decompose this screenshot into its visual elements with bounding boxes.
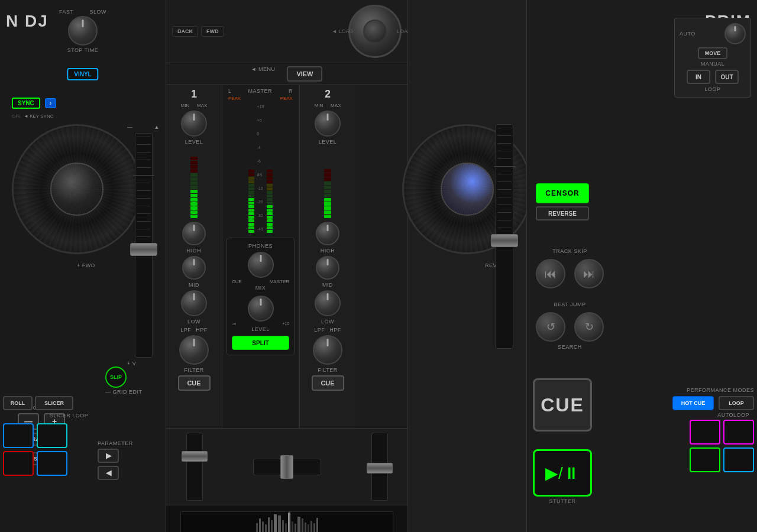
max-label-ch1: MAX: [197, 103, 207, 108]
dj-controller: N DJ FAST SLOW STOP TIME VINYL SYNC ♪ OF…: [0, 0, 757, 532]
track-next-button[interactable]: ⏭: [574, 259, 604, 288]
filter-knob-ch1[interactable]: [179, 335, 209, 365]
fader-thumb-ch2[interactable]: [367, 463, 393, 473]
peak-label-r: PEAK: [280, 96, 293, 101]
high-knob-ch1[interactable]: [182, 222, 206, 245]
pitch-fader-right[interactable]: [496, 124, 513, 349]
fast-label: FAST: [59, 9, 74, 15]
roll-button[interactable]: ROLL: [3, 396, 33, 410]
level-knob-ch2[interactable]: [315, 111, 341, 137]
loop-encoder[interactable]: [724, 23, 746, 44]
vu-master-right: [267, 103, 273, 233]
perf-pad-2[interactable]: [37, 423, 67, 448]
pitch-fader-thumb-left[interactable]: [130, 243, 157, 256]
mid-knob-ch2[interactable]: [316, 256, 339, 280]
move-button[interactable]: MOVE: [698, 47, 727, 59]
perf-pad-right-2[interactable]: [723, 420, 754, 445]
high-label-ch2: HIGH: [321, 248, 335, 254]
mid-label-ch2: MID: [322, 282, 333, 288]
beat-jump-back-button[interactable]: ↺: [536, 312, 565, 342]
phones-mix-knob[interactable]: [248, 252, 274, 278]
stop-time-area: FAST SLOW STOP TIME: [59, 9, 106, 53]
sync-button[interactable]: SYNC: [12, 98, 40, 109]
performance-modes-label: PERFORMANCE MODES: [645, 387, 754, 393]
low-knob-ch2[interactable]: [315, 290, 341, 316]
vu-meter-ch2: [324, 147, 331, 218]
high-label-ch1: HIGH: [187, 248, 202, 254]
hot-cue-mode-button[interactable]: HOT CUE: [672, 396, 714, 410]
loop-in-button[interactable]: IN: [687, 70, 710, 84]
filter-knob-ch2[interactable]: [313, 335, 342, 365]
play-pause-button[interactable]: ▶/⏸: [533, 449, 592, 497]
perf-pad-3[interactable]: [3, 451, 34, 476]
browse-encoder[interactable]: [348, 5, 402, 58]
plus10-label: +10: [282, 322, 289, 326]
loop-mode-button[interactable]: LOOP: [719, 396, 754, 410]
plus-label-up: ▲: [154, 124, 160, 130]
param-forward-button[interactable]: ▶: [98, 449, 119, 463]
filter-label-ch1: FILTER: [184, 367, 203, 373]
crossfader[interactable]: [253, 459, 321, 475]
crossfader-thumb[interactable]: [280, 455, 293, 479]
cue-big-button[interactable]: CUE: [533, 378, 592, 432]
low-knob-ch1[interactable]: [181, 290, 207, 316]
master-mix-label: MASTER: [270, 279, 289, 284]
hpf-label-ch2: HPF: [329, 327, 341, 333]
menu-label: ◄ MENU: [251, 66, 276, 82]
min-label-ch2: MIN: [315, 103, 323, 108]
channel-fader-ch1[interactable]: [186, 433, 203, 501]
phones-level-knob[interactable]: [248, 296, 274, 322]
lpf-label-ch2: LPF: [314, 327, 325, 333]
vinyl-button[interactable]: VINYL: [67, 68, 98, 80]
level-phones-label: LEVEL: [232, 326, 289, 332]
perf-pad-right-4[interactable]: [723, 447, 754, 472]
fader-thumb-ch1[interactable]: [182, 451, 208, 462]
master-label: MASTER: [248, 88, 273, 94]
track-skip-label: TRACK SKIP: [536, 248, 604, 254]
back-button[interactable]: BACK: [172, 26, 198, 37]
reverse-button[interactable]: REVERSE: [536, 206, 589, 220]
param-back-button[interactable]: ◀: [98, 466, 119, 480]
censor-button[interactable]: CENSOR: [536, 183, 589, 203]
pitch-fader-left[interactable]: [135, 133, 153, 358]
filter-label-ch2: FILTER: [318, 367, 337, 373]
level-label-ch2: LEVEL: [319, 139, 337, 145]
perf-pad-right-3[interactable]: [690, 447, 720, 472]
view-button[interactable]: VIEW: [287, 66, 322, 82]
perf-pad-1[interactable]: [3, 423, 34, 448]
phones-section: PHONES CUE MASTER MIX -∞ +10 LEVEL: [227, 238, 295, 355]
stop-time-label: STOP TIME: [59, 47, 106, 53]
beat-jump-fwd-button[interactable]: ↻: [574, 312, 604, 342]
loop-section: AUTO MOVE MANUAL IN OUT LOOP: [674, 18, 751, 98]
mix-label: MIX: [232, 285, 289, 291]
auto-label: AUTO: [680, 31, 695, 37]
search-label: SEARCH: [536, 344, 604, 350]
perf-pad-4[interactable]: [37, 451, 67, 476]
fwd-button[interactable]: FWD: [201, 26, 224, 37]
loop-out-button[interactable]: OUT: [715, 70, 739, 84]
level-knob-ch1[interactable]: [181, 111, 207, 137]
key-button[interactable]: ♪: [45, 98, 56, 108]
low-label-ch1: LOW: [187, 319, 200, 325]
high-knob-ch2[interactable]: [316, 222, 339, 245]
grid-edit-label: — GRID EDIT: [105, 389, 143, 395]
manual-label: MANUAL: [701, 61, 725, 67]
slicer-button[interactable]: SLICER: [35, 396, 73, 410]
split-button[interactable]: SPLIT: [232, 336, 289, 350]
channel-fader-ch2[interactable]: [371, 433, 388, 501]
deck1-label: 1: [191, 88, 197, 100]
max-label-ch2: MAX: [331, 103, 341, 108]
pitch-fader-thumb-right[interactable]: [491, 234, 518, 247]
perf-pad-right-1[interactable]: [690, 420, 720, 445]
left-jog-wheel[interactable]: [12, 124, 142, 254]
slip-button[interactable]: SLIP: [105, 366, 127, 388]
stop-time-knob[interactable]: [68, 16, 98, 46]
slow-label: SLOW: [89, 9, 106, 15]
keysync-label: ◄ KEY SYNC: [24, 113, 53, 119]
track-prev-button[interactable]: ⏮: [536, 259, 565, 288]
cue-button-ch2[interactable]: CUE: [312, 375, 344, 391]
cue-button-ch1[interactable]: CUE: [178, 375, 211, 391]
waveform-display: [180, 511, 393, 533]
brand-left: N DJ: [6, 12, 48, 31]
mid-knob-ch1[interactable]: [182, 256, 206, 280]
